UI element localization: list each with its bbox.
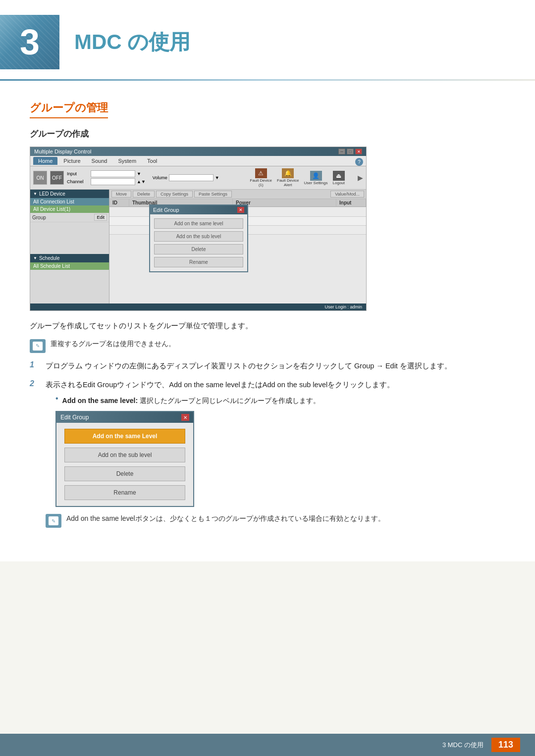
bullet-text-1: Add on the same level: 選択したグループと同じレベルにグル… [62, 395, 320, 406]
chapter-header: 3 MDC の使用 [0, 0, 535, 79]
group-edit-row: Group Edit [30, 213, 109, 222]
note-text-2: Add on the same levelボタンは、少なくとも１つのグループが作… [66, 513, 385, 524]
led-device-header: LED Device [30, 190, 109, 198]
move-btn[interactable]: Move [111, 191, 131, 198]
channel-row: Channel ▲▼ [67, 178, 146, 185]
egl-body: Add on the same Level Add on the sub lev… [56, 423, 193, 506]
bullet-list: • Add on the same level: 選択したグループと同じレベルに… [55, 395, 394, 406]
note-block-2: ✎ Add on the same levelボタンは、少なくとも１つのグループ… [46, 513, 394, 528]
section-title: グループの管理 [30, 101, 108, 118]
egl-rename-btn[interactable]: Rename [64, 485, 185, 500]
subsection-title: グループの作成 [30, 128, 505, 140]
delete-btn[interactable]: Delete [133, 191, 155, 198]
input-controls: Input ▼ Channel ▲▼ [67, 170, 146, 185]
note-icon-inner-1: ✎ [33, 342, 43, 351]
egl-title: Edit Group [60, 414, 89, 421]
power-on-icon[interactable]: ON [33, 171, 47, 185]
help-button[interactable]: ? [355, 158, 363, 166]
note-icon-2: ✎ [46, 514, 61, 528]
channel-field[interactable] [91, 178, 135, 185]
schedule-header: Schedule [30, 254, 109, 262]
all-schedule-list[interactable]: All Schedule List [30, 262, 109, 270]
chapter-number: 3 [20, 22, 40, 62]
add-sub-level-btn[interactable]: Add on the sub level [154, 231, 243, 242]
rename-group-btn[interactable]: Rename [154, 257, 243, 267]
step-2: 2 表示されるEdit Groupウィンドウで、Add on the same … [30, 379, 505, 535]
note-block-1: ✎ 重複するグループ名は使用できません。 [30, 338, 505, 353]
step-2-text: 表示されるEdit Groupウィンドウで、Add on the same le… [46, 379, 394, 391]
volume-field[interactable] [169, 174, 214, 181]
group-label: Group [32, 215, 46, 220]
edit-group-body: Add on the same level Add on the sub lev… [150, 214, 247, 271]
maximize-btn[interactable]: □ [347, 149, 354, 154]
edit-button[interactable]: Edit [94, 214, 107, 221]
input-field[interactable] [91, 170, 135, 177]
mdc-titlebar: Multiple Display Control ─ □ ✕ [30, 147, 366, 156]
mdc-titlebar-buttons[interactable]: ─ □ ✕ [338, 149, 362, 154]
value-mod-btn[interactable]: Value/Mod... [330, 191, 364, 198]
menu-tool[interactable]: Tool [142, 157, 162, 165]
mdc-body: LED Device All Connection List All Devic… [30, 190, 366, 303]
mdc-statusbar: User Login : admin [30, 303, 366, 310]
menu-sound[interactable]: Sound [87, 157, 112, 165]
menu-home[interactable]: Home [33, 157, 57, 165]
input-row: Input ▼ [67, 170, 146, 177]
edit-group-modal: Edit Group ✕ Add on the same level Add o… [149, 204, 248, 272]
mdc-menubar: Home Picture Sound System Tool ? [30, 156, 366, 166]
step-2-content: 表示されるEdit Groupウィンドウで、Add on the same le… [46, 379, 394, 535]
chapter-title: MDC の使用 [74, 28, 190, 56]
footer-chapter-label: 3 MDC の使用 [442, 741, 483, 750]
power-off-icon[interactable]: OFF [50, 171, 64, 185]
description-text: グループを作成してセットのリストをグループ単位で管理します。 [30, 320, 505, 332]
copy-settings-btn[interactable]: Copy Settings [156, 191, 193, 198]
volume-label: Volume [153, 175, 167, 180]
bullet-dot-1: • [55, 394, 58, 403]
note-icon-1: ✎ [30, 339, 46, 353]
paste-settings-btn[interactable]: Paste Settings [194, 191, 232, 198]
minimize-btn[interactable]: ─ [338, 149, 345, 154]
footer-page-number: 113 [491, 738, 520, 752]
toolbar-icons-right: ⚠ Fault Device(1) 🔔 Fault DeviceAlert 👤 … [250, 168, 363, 187]
add-same-level-btn[interactable]: Add on the same level [154, 218, 243, 229]
step-1: 1 プログラム ウィンドウの左側にあるディスプレイ装置リストのセクションを右クリ… [30, 360, 505, 372]
mdc-window: Multiple Display Control ─ □ ✕ Home Pict… [30, 147, 367, 311]
mdc-toolbar: ON OFF Input ▼ Channel ▲▼ Volume ▼ [30, 166, 366, 190]
bullet-keyword-1: Add on the same level: [62, 397, 138, 404]
close-btn[interactable]: ✕ [355, 149, 362, 154]
edit-group-titlebar: Edit Group ✕ [150, 205, 247, 214]
user-settings-icon[interactable]: 👤 User Settings [304, 171, 328, 185]
mdc-actionbar: Move Delete Copy Settings Paste Settings… [109, 190, 366, 199]
note-text-1: 重複するグループ名は使用できません。 [51, 338, 175, 349]
main-content: グループの管理 グループの作成 Multiple Display Control… [0, 81, 535, 561]
edit-group-large: Edit Group ✕ Add on the same Level Add o… [55, 411, 194, 507]
logout-icon[interactable]: ⏏ Logout [333, 171, 345, 185]
egl-delete-btn[interactable]: Delete [64, 466, 185, 481]
chapter-number-block: 3 [0, 15, 59, 69]
note-icon-inner-2: ✎ [49, 516, 58, 525]
menu-system[interactable]: System [113, 157, 141, 165]
channel-label: Channel [67, 179, 89, 184]
fault-alert-icon[interactable]: 🔔 Fault DeviceAlert [277, 168, 299, 187]
delete-group-btn[interactable]: Delete [154, 244, 243, 254]
all-connection-list[interactable]: All Connection List [30, 198, 109, 205]
menu-picture[interactable]: Picture [58, 157, 85, 165]
bullet-detail-1: 選択したグループと同じレベルにグループを作成します。 [138, 397, 320, 404]
input-label: Input [67, 171, 89, 176]
egl-close-btn[interactable]: ✕ [181, 414, 189, 421]
egl-add-same-btn[interactable]: Add on the same Level [64, 429, 185, 444]
egl-add-sub-btn[interactable]: Add on the sub level [64, 448, 185, 462]
page-footer: 3 MDC の使用 113 [0, 734, 535, 756]
edit-group-close-btn[interactable]: ✕ [237, 207, 244, 213]
step-1-text: プログラム ウィンドウの左側にあるディスプレイ装置リストのセクションを右クリック… [46, 360, 452, 372]
power-col-header: Power [233, 199, 336, 206]
bullet-item-1: • Add on the same level: 選択したグループと同じレベルに… [55, 395, 394, 406]
mdc-title: Multiple Display Control [34, 149, 92, 154]
mdc-sidebar: LED Device All Connection List All Devic… [30, 190, 109, 303]
mdc-main-area: Move Delete Copy Settings Paste Settings… [109, 190, 366, 303]
fault-device-icon[interactable]: ⚠ Fault Device(1) [250, 168, 272, 187]
step-2-num: 2 [30, 379, 40, 388]
all-device-list[interactable]: All Device List(1) [30, 205, 109, 213]
step-1-num: 1 [30, 360, 40, 369]
input-col-header: Input [336, 199, 366, 206]
numbered-steps: 1 プログラム ウィンドウの左側にあるディスプレイ装置リストのセクションを右クリ… [30, 360, 505, 535]
